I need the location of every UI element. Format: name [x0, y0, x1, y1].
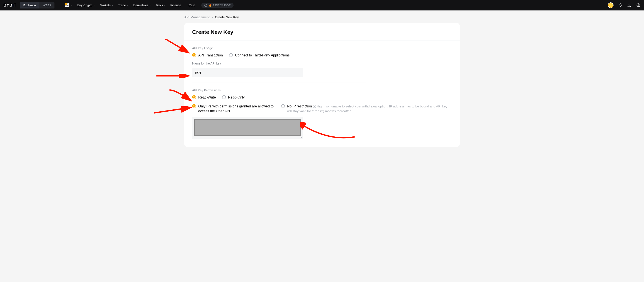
- logo-text-pre: BYB: [4, 3, 12, 8]
- chevron-down-icon: [93, 5, 95, 6]
- radio-icon: [192, 95, 196, 99]
- chevron-down-icon: [149, 5, 151, 6]
- globe-icon: [636, 3, 640, 8]
- nav-finance[interactable]: Finance: [170, 4, 184, 7]
- radio-ip-restricted-wrap: Only IPs with permissions granted are al…: [192, 104, 275, 114]
- search-box[interactable]: 🔥 NEIRO/USDT: [201, 2, 234, 8]
- permissions-section-label: API Key Permissions: [192, 88, 452, 92]
- radio-icon: [222, 95, 226, 99]
- nav-derivatives[interactable]: Derivatives: [133, 4, 151, 7]
- radio-label: Only IPs with permissions granted are al…: [198, 104, 275, 114]
- radio-label: Read-Only: [228, 95, 245, 100]
- nav-tools[interactable]: Tools: [156, 4, 166, 7]
- radio-icon: [192, 53, 196, 57]
- chevron-down-icon: [164, 5, 166, 6]
- divider: [61, 3, 61, 8]
- radio-label: API Transaction: [198, 53, 223, 58]
- ip-textarea-container: [192, 117, 303, 139]
- nav-trade[interactable]: Trade: [118, 4, 128, 7]
- logo-text-post: T: [14, 3, 16, 8]
- tab-web3[interactable]: WEB3: [40, 2, 54, 8]
- tab-exchange[interactable]: Exchange: [20, 2, 40, 8]
- divider: [192, 82, 366, 83]
- search-placeholder: NEIRO/USDT: [213, 4, 230, 7]
- radio-no-ip-restriction[interactable]: [281, 104, 285, 108]
- radio-label: No IP restriction: [287, 104, 312, 108]
- avatar[interactable]: [608, 2, 614, 8]
- search-fire-icon: 🔥: [208, 4, 212, 7]
- nav-label: Markets: [100, 4, 111, 7]
- bell-icon: [618, 3, 622, 7]
- chevron-down-icon: [112, 5, 113, 6]
- nav-label: Derivatives: [133, 4, 148, 7]
- logo[interactable]: BYBIT: [4, 3, 16, 8]
- radio-third-party[interactable]: Connect to Third-Party Applications: [229, 53, 290, 58]
- download-icon: [627, 3, 631, 8]
- page-container: API Management › Create New Key Create N…: [182, 10, 462, 147]
- nav-label: Trade: [118, 4, 126, 7]
- create-key-card: Create New Key API Key Usage API Transac…: [184, 23, 460, 147]
- download-button[interactable]: [627, 3, 631, 8]
- header-actions: [608, 2, 640, 8]
- usage-radio-group: API Transaction Connect to Third-Party A…: [192, 53, 452, 58]
- app-header: BYBIT Exchange WEB3 Buy Crypto Markets T…: [0, 0, 644, 10]
- chevron-down-icon: [70, 5, 72, 6]
- radio-icon: [281, 104, 285, 108]
- notifications-button[interactable]: [618, 3, 622, 7]
- divider: [184, 40, 460, 41]
- info-icon: [313, 105, 316, 108]
- radio-label: Read-Write: [198, 95, 216, 100]
- ip-whitelist-input[interactable]: [194, 119, 301, 136]
- breadcrumb: API Management › Create New Key: [184, 10, 460, 23]
- grid-icon: [65, 3, 69, 7]
- language-button[interactable]: [636, 3, 640, 8]
- nav-label: Finance: [170, 4, 181, 7]
- chevron-right-icon: ›: [212, 15, 213, 19]
- radio-icon: [192, 104, 196, 108]
- name-section-label: Name for the API key: [192, 62, 452, 65]
- radio-api-transaction[interactable]: API Transaction: [192, 53, 223, 58]
- usage-section-label: API Key Usage: [192, 46, 452, 50]
- chevron-down-icon: [127, 5, 128, 6]
- nav-buy-crypto[interactable]: Buy Crypto: [77, 4, 95, 7]
- nav-label: Card: [189, 4, 195, 7]
- permissions-radio-group: Read-Write Read-Only: [192, 95, 452, 100]
- nav-label: Tools: [156, 4, 163, 7]
- main-nav: Buy Crypto Markets Trade Derivatives Too…: [77, 4, 195, 7]
- api-key-name-input[interactable]: [192, 68, 303, 77]
- breadcrumb-current: Create New Key: [215, 15, 239, 19]
- radio-read-write[interactable]: Read-Write: [192, 95, 216, 100]
- breadcrumb-prev[interactable]: API Management: [184, 15, 210, 19]
- search-icon: [204, 4, 207, 7]
- mode-switch: Exchange WEB3: [20, 2, 54, 8]
- radio-no-ip-wrap: No IP restriction High risk, unable to s…: [281, 104, 452, 114]
- radio-read-only[interactable]: Read-Only: [222, 95, 245, 100]
- ip-restriction-group: Only IPs with permissions granted are al…: [192, 104, 452, 114]
- nav-label: Buy Crypto: [77, 4, 92, 7]
- radio-ip-restricted[interactable]: [192, 104, 196, 108]
- chevron-down-icon: [182, 5, 184, 6]
- nav-card[interactable]: Card: [189, 4, 195, 7]
- resize-handle-icon[interactable]: [300, 136, 302, 138]
- radio-icon: [229, 53, 233, 57]
- apps-menu[interactable]: [65, 3, 72, 7]
- radio-label: Connect to Third-Party Applications: [235, 53, 290, 58]
- nav-markets[interactable]: Markets: [100, 4, 113, 7]
- page-title: Create New Key: [192, 29, 452, 35]
